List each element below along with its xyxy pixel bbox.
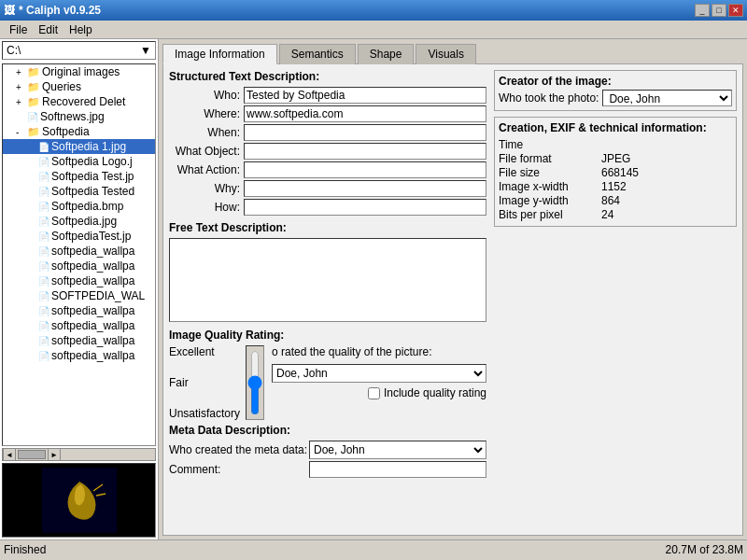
free-text-header: Free Text Description: [169,221,486,234]
why-label: Why: [169,182,244,195]
tree-item-softnews[interactable]: 📄 Softnews.jpg [3,109,155,124]
when-input[interactable] [244,124,486,141]
comment-input[interactable] [309,461,486,478]
how-input[interactable] [244,199,486,216]
minimize-button[interactable]: _ [695,4,710,17]
tree-item-label: softpedia_wallpa [51,274,134,287]
folder-icon: 📁 [27,126,40,138]
tree-item-softpedia-logo[interactable]: 📄 Softpedia Logo.j [3,154,155,169]
tech-size-value: 668145 [601,166,639,179]
file-icon: 📄 [38,142,49,152]
file-icon: 📄 [38,157,49,167]
tree-item-softpediatest[interactable]: 📄 SoftpediaTest.jp [3,229,155,244]
tab-image-information[interactable]: Image Information [162,44,277,64]
tree-item-wallpa1[interactable]: 📄 softpedia_wallpa [3,244,155,259]
quality-inner: Excellent Fair Unsatisfactory o rated th… [169,345,486,420]
what-action-row: What Action: [169,161,486,178]
tech-bpp-value: 24 [601,208,613,221]
path-dropdown-icon[interactable]: ▼ [140,44,151,57]
quality-slider-track[interactable] [246,345,264,420]
file-icon: 📄 [38,217,49,227]
where-input[interactable] [244,105,486,122]
file-icon: 📄 [38,306,49,316]
who-took-row: Who took the photo: Doe, John [499,90,732,106]
tech-format-value: JPEG [601,152,630,165]
menu-edit[interactable]: Edit [33,21,63,38]
path-bar: C:\ ▼ [2,41,156,60]
who-input[interactable] [244,87,486,104]
who-created-select[interactable]: Doe, John [309,441,486,459]
tree-item-softpedia-bmp[interactable]: 📄 Softpedia.bmp [3,199,155,214]
tech-time-label: Time [499,138,601,151]
tree-item-label: softpedia_wallpa [51,259,134,273]
what-object-input[interactable] [244,143,486,160]
tree-item-recovered[interactable]: + 📁 Recovered Delet [3,94,155,109]
scroll-left-button[interactable]: ◄ [3,448,16,461]
maximize-button[interactable]: □ [712,4,726,17]
metadata-header: Meta Data Description: [169,424,486,437]
tree-item-wallpa6[interactable]: 📄 softpedia_wallpa [3,333,155,348]
tree-item-queries[interactable]: + 📁 Queries [3,79,155,94]
quality-slider[interactable] [247,350,262,415]
why-input[interactable] [244,180,486,197]
tree-item-wallpa3[interactable]: 📄 softpedia_wallpa [3,273,155,288]
tree-item-softpedia-test[interactable]: 📄 Softpedia Test.jp [3,169,155,184]
what-action-label: What Action: [169,163,244,176]
tree-expander[interactable]: + [16,97,25,107]
file-icon: 📄 [38,246,49,257]
scroll-thumb[interactable] [18,450,46,459]
quality-rater-select[interactable]: Doe, John [272,364,486,383]
quality-right-panel: o rated the quality of the picture: Doe,… [272,345,486,420]
tab-shape[interactable]: Shape [358,44,415,64]
menu-help[interactable]: Help [63,21,98,38]
file-icon: 📄 [38,187,49,197]
tab-semantics[interactable]: Semantics [279,44,356,64]
tree-item-wallpa4[interactable]: 📄 softpedia_wallpa [3,303,155,318]
tree-item-wallpa7[interactable]: 📄 softpedia_wallpa [3,348,155,363]
tech-format-row: File format JPEG [499,152,732,165]
who-took-select[interactable]: Doe, John [602,90,732,106]
what-object-label: What Object: [169,145,244,158]
menu-file[interactable]: File [4,21,33,38]
file-icon: 📄 [38,202,49,212]
tree-item-softpedia-tested[interactable]: 📄 Softpedia Tested [3,184,155,199]
right-column: Creator of the image: Who took the photo… [494,70,737,480]
close-button[interactable]: ✕ [728,4,743,17]
file-tree[interactable]: + 📁 Original images + 📁 Queries + 📁 Reco… [2,63,156,446]
quality-section: Image Quality Rating: Excellent Fair Uns… [169,329,486,420]
who-took-label: Who took the photo: [499,91,599,105]
include-quality-checkbox[interactable] [368,387,380,399]
include-quality-label: Include quality rating [384,386,486,399]
tree-item-wallpa5[interactable]: 📄 softpedia_wallpa [3,318,155,333]
free-text-input[interactable] [169,238,486,322]
creator-box: Creator of the image: Who took the photo… [494,70,737,111]
scroll-right-button[interactable]: ► [48,448,61,461]
tree-expander[interactable]: - [16,127,25,137]
tree-item-softpedia-wal[interactable]: 📄 SOFTPEDIA_WAL [3,288,155,303]
tech-size-label: File size [499,166,601,179]
what-action-input[interactable] [244,161,486,178]
tech-height-value: 864 [601,194,620,207]
tree-item-wallpa2[interactable]: 📄 softpedia_wallpa [3,259,155,273]
tree-item-label: SoftpediaTest.jp [51,230,131,243]
thumbnail-image [42,468,117,533]
tree-item-label: Original images [42,65,120,78]
tree-item-label: Softpedia Test.jp [51,170,134,183]
tree-item-original-images[interactable]: + 📁 Original images [3,64,155,79]
tree-expander[interactable]: + [16,67,25,77]
tree-item-label: SOFTPEDIA_WAL [51,289,145,302]
excellent-label: Excellent [169,345,240,358]
tree-item-softpedia-jpg[interactable]: 📄 Softpedia.jpg [3,214,155,229]
quality-header: Image Quality Rating: [169,329,486,342]
tree-horizontal-scrollbar[interactable]: ◄ ► [2,448,156,461]
who-created-label: Who created the meta data: [169,443,309,456]
tab-visuals[interactable]: Visuals [416,44,475,64]
tree-expander[interactable]: + [16,82,25,92]
tree-item-softpedia1[interactable]: 📄 Softpedia 1.jpg [3,139,155,154]
tab-bar: Image Information Semantics Shape Visual… [162,43,743,63]
tree-item-softpedia-folder[interactable]: - 📁 Softpedia [3,124,155,139]
tab-content-image-information: Structured Text Description: Who: Where:… [162,63,743,536]
where-label: Where: [169,107,244,120]
metadata-section: Meta Data Description: Who created the m… [169,424,486,478]
title-bar-controls: _ □ ✕ [695,4,743,17]
